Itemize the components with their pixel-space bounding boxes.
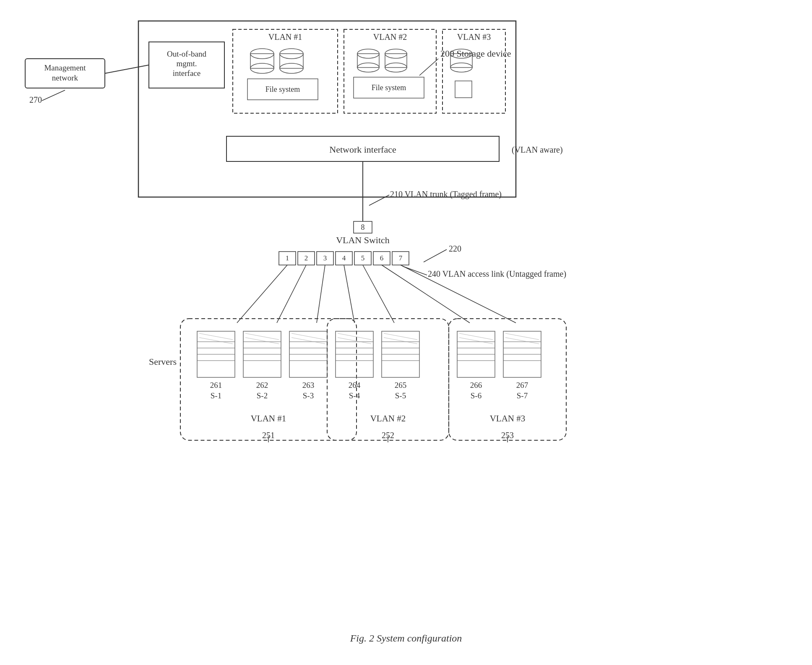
server-name-s4: S-4 [349, 391, 360, 400]
svg-line-1 [419, 59, 438, 75]
svg-line-57 [344, 265, 354, 323]
svg-rect-5 [233, 29, 338, 113]
svg-line-75 [245, 338, 279, 344]
vlan-access-link-label: 240 VLAN access link (Untagged frame) [428, 269, 566, 279]
svg-line-32 [105, 65, 149, 73]
svg-rect-27 [455, 81, 472, 98]
server-id-262: 262 [256, 381, 268, 390]
svg-text:interface: interface [173, 69, 200, 78]
vlan1-label: VLAN #1 [268, 32, 302, 42]
svg-text:File system: File system [372, 83, 406, 92]
svg-line-74 [245, 333, 279, 340]
svg-rect-0 [138, 21, 516, 197]
svg-line-56 [317, 265, 325, 323]
svg-line-33 [42, 90, 65, 101]
vlan2-label: VLAN #2 [373, 32, 407, 42]
svg-rect-10 [280, 54, 303, 68]
svg-line-90 [338, 333, 371, 340]
svg-text:6: 6 [380, 254, 384, 262]
svg-text:2: 2 [304, 254, 308, 262]
outofband-label: Out-of-band [167, 49, 206, 58]
svg-line-67 [199, 333, 233, 340]
svg-line-82 [291, 338, 325, 344]
svg-rect-19 [385, 54, 407, 68]
network-interface-label: Network interface [329, 144, 396, 155]
svg-line-107 [459, 338, 493, 344]
svg-line-58 [363, 265, 394, 323]
server-id-261: 261 [210, 381, 222, 390]
svg-line-54 [237, 265, 287, 323]
svg-text:mgmt.: mgmt. [176, 59, 197, 68]
vlan3-group-label: VLAN #3 [490, 413, 526, 423]
svg-text:5: 5 [361, 254, 365, 262]
svg-line-81 [291, 333, 325, 340]
svg-line-91 [338, 338, 371, 344]
vlan2-group-label: VLAN #2 [370, 413, 406, 423]
svg-line-97 [384, 333, 417, 340]
ref-220: 220 [449, 244, 461, 253]
svg-line-114 [505, 338, 539, 344]
svg-text:4: 4 [342, 254, 346, 262]
server-name-s5: S-5 [395, 391, 406, 400]
vlan-switch-label: VLAN Switch [336, 235, 390, 245]
svg-line-68 [199, 338, 233, 344]
svg-line-98 [384, 338, 417, 344]
vlan-aware-label: (VLAN aware) [512, 145, 563, 155]
server-name-s7: S-7 [517, 391, 528, 400]
svg-text:8: 8 [361, 223, 365, 231]
server-name-s1: S-1 [211, 391, 221, 400]
svg-text:7: 7 [399, 254, 403, 262]
vlan-trunk-label: 210 VLAN trunk (Tagged frame) [390, 190, 502, 199]
svg-text:1: 1 [286, 254, 289, 262]
server-name-s3: S-3 [303, 391, 314, 400]
server-id-266: 266 [470, 381, 482, 390]
svg-line-106 [459, 333, 493, 340]
svg-line-38 [424, 249, 447, 262]
vlan3-label: VLAN #3 [457, 32, 491, 42]
diagram: 200 Storage device Out-of-band mgmt. int… [0, 0, 812, 665]
svg-text:network: network [52, 73, 78, 82]
ref-270: 270 [29, 95, 42, 104]
server-name-s2: S-2 [257, 391, 268, 400]
svg-rect-16 [357, 54, 379, 68]
svg-line-55 [277, 265, 306, 323]
svg-line-113 [505, 333, 539, 340]
svg-rect-7 [250, 54, 274, 68]
server-id-264: 264 [349, 381, 361, 390]
svg-text:3: 3 [323, 254, 327, 262]
vlan1-group-label: VLAN #1 [251, 413, 286, 423]
svg-text:File system: File system [265, 85, 300, 94]
caption: Fig. 2 System configuration [350, 633, 462, 644]
svg-text:Management: Management [44, 63, 86, 72]
server-id-267: 267 [516, 381, 528, 390]
servers-label: Servers [149, 356, 177, 367]
svg-rect-23 [442, 29, 505, 113]
server-name-s6: S-6 [471, 391, 481, 400]
server-id-265: 265 [395, 381, 407, 390]
server-id-263: 263 [302, 381, 315, 390]
